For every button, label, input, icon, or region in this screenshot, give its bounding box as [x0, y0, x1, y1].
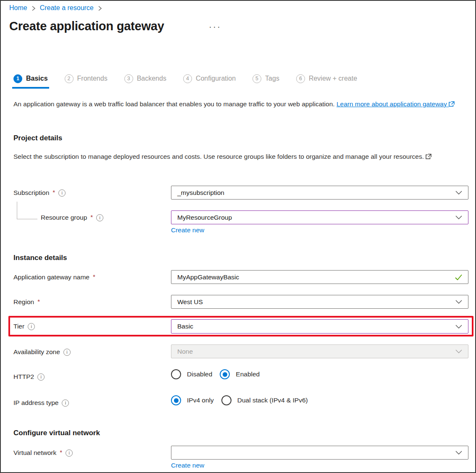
availability-zone-value: None [177, 348, 193, 355]
label-text: Availability zone [13, 348, 60, 356]
chevron-down-icon [455, 300, 462, 304]
tab-frontends[interactable]: 2 Frontends [65, 74, 108, 83]
tab-label: Review + create [309, 75, 357, 82]
breadcrumb-home-link[interactable]: Home [9, 4, 27, 12]
http2-label: HTTP2 i [13, 373, 45, 381]
app-gateway-name-value: MyAppGatewayBasic [177, 273, 239, 281]
learn-more-link[interactable]: Learn more about application gateway [337, 100, 455, 108]
more-options-button[interactable]: ··· [209, 22, 221, 31]
create-application-gateway-page: Home Create a resource Create applicatio… [0, 0, 476, 473]
availability-zone-label: Availability zone i [13, 348, 71, 356]
info-icon[interactable]: i [28, 323, 35, 330]
hierarchy-connector-line [17, 219, 37, 219]
breadcrumb: Home Create a resource [9, 4, 102, 12]
ip-address-type-label: IP address type i [13, 399, 69, 407]
app-gateway-name-input[interactable]: MyAppGatewayBasic [171, 270, 468, 284]
http2-disabled-radio[interactable]: Disabled [171, 369, 212, 379]
chevron-down-icon [455, 191, 462, 194]
virtual-network-dropdown[interactable] [171, 446, 468, 460]
project-details-description-text: Select the subscription to manage deploy… [13, 153, 424, 160]
resource-group-dropdown[interactable]: MyResourceGroup [171, 210, 468, 224]
region-label: Region * [13, 298, 40, 306]
region-value: West US [177, 298, 203, 306]
external-link-icon [449, 101, 455, 107]
subscription-value: _mysubscription [177, 189, 224, 197]
radio-icon [171, 395, 181, 405]
ip-address-type-radio-group: IPv4 only Dual stack (IPv4 & IPv6) [171, 395, 308, 405]
tier-dropdown[interactable]: Basic [171, 319, 468, 334]
radio-icon [221, 395, 231, 405]
tab-backends[interactable]: 3 Backends [124, 74, 166, 83]
info-icon[interactable]: i [96, 214, 103, 221]
info-icon[interactable]: i [63, 349, 71, 356]
chevron-down-icon [455, 451, 462, 455]
learn-more-label: Learn more about application gateway [337, 100, 447, 108]
breadcrumb-chevron-icon [98, 5, 102, 11]
info-icon[interactable]: i [37, 373, 45, 381]
info-icon[interactable]: i [58, 189, 66, 197]
info-icon[interactable]: i [62, 399, 69, 407]
http2-enabled-radio[interactable]: Enabled [220, 369, 260, 379]
required-marker: * [60, 449, 62, 456]
required-marker: * [53, 189, 55, 196]
radio-label: Dual stack (IPv4 & IPv6) [237, 397, 308, 404]
valid-check-icon [455, 274, 462, 280]
chevron-down-icon [455, 349, 462, 353]
configure-virtual-network-heading: Configure virtual network [13, 429, 100, 437]
breadcrumb-create-resource-link[interactable]: Create a resource [40, 4, 94, 12]
tab-configuration[interactable]: 4 Configuration [183, 74, 236, 83]
resource-group-value: MyResourceGroup [177, 214, 232, 221]
label-text: Subscription [13, 189, 49, 197]
external-link-icon [426, 153, 431, 159]
page-title: Create application gateway [9, 19, 164, 33]
tab-label: Frontends [77, 75, 108, 82]
label-text: Tier [13, 323, 24, 330]
label-text: HTTP2 [13, 373, 34, 381]
chevron-down-icon [455, 215, 462, 219]
intro-text: An application gateway is a web traffic … [13, 99, 468, 110]
instance-details-heading: Instance details [13, 254, 67, 262]
project-details-heading: Project details [13, 134, 62, 142]
tab-tags[interactable]: 5 Tags [252, 74, 279, 83]
tier-label: Tier i [13, 322, 35, 331]
label-text: Resource group [41, 214, 87, 221]
label-text: Application gateway name [13, 273, 89, 281]
tab-review-create[interactable]: 6 Review + create [296, 74, 357, 83]
availability-zone-dropdown: None [171, 344, 468, 358]
subscription-label: Subscription * i [13, 189, 66, 197]
radio-label: Disabled [187, 371, 212, 378]
label-text: Region [13, 298, 34, 306]
region-dropdown[interactable]: West US [171, 295, 468, 309]
wizard-tabs: 1 Basics 2 Frontends 3 Backends 4 Config… [13, 74, 357, 83]
tab-label: Backends [137, 75, 166, 82]
ipv4-only-radio[interactable]: IPv4 only [171, 395, 214, 405]
radio-label: Enabled [236, 371, 260, 378]
required-marker: * [37, 298, 40, 305]
dual-stack-radio[interactable]: Dual stack (IPv4 & IPv6) [221, 395, 308, 405]
tab-number-badge: 3 [124, 74, 133, 83]
radio-label: IPv4 only [187, 397, 214, 404]
subscription-dropdown[interactable]: _mysubscription [171, 186, 468, 200]
tab-label: Basics [26, 75, 48, 82]
radio-icon [220, 369, 230, 379]
chevron-down-icon [455, 325, 462, 328]
intro-sentence: An application gateway is a web traffic … [13, 100, 335, 108]
tier-value: Basic [177, 323, 193, 330]
create-new-virtual-network-link[interactable]: Create new [171, 462, 204, 469]
required-marker: * [93, 273, 95, 280]
breadcrumb-chevron-icon [32, 5, 36, 11]
tab-number-badge: 6 [296, 74, 305, 83]
tab-label: Tags [265, 75, 279, 82]
radio-icon [171, 369, 181, 379]
label-text: Virtual network [13, 449, 56, 457]
resource-group-label: Resource group * i [41, 213, 103, 222]
create-new-resource-group-link[interactable]: Create new [171, 226, 204, 234]
project-details-description: Select the subscription to manage deploy… [13, 151, 468, 162]
tab-number-badge: 4 [183, 74, 192, 83]
hierarchy-connector-line [17, 202, 17, 219]
tab-number-badge: 1 [13, 74, 22, 83]
tab-number-badge: 2 [65, 74, 74, 83]
info-icon[interactable]: i [66, 449, 73, 457]
label-text: IP address type [13, 399, 58, 407]
tab-basics[interactable]: 1 Basics [13, 74, 48, 83]
